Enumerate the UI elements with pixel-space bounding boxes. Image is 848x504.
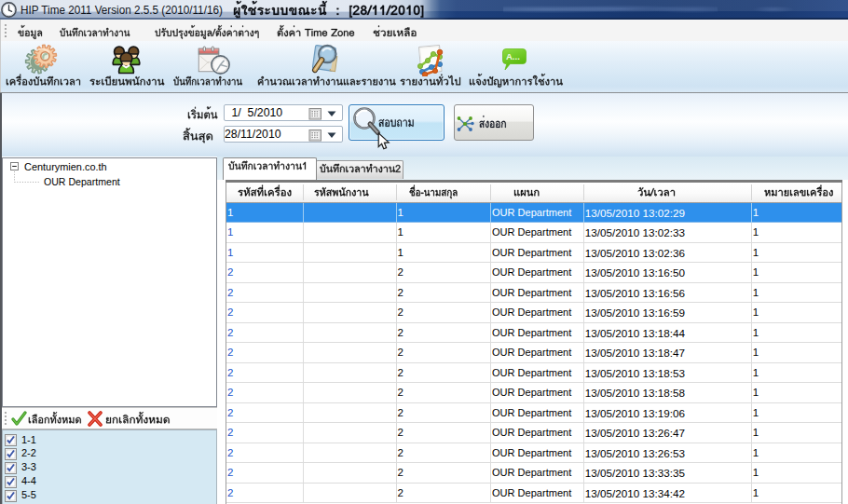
svg-text:A...: A... (506, 51, 520, 61)
